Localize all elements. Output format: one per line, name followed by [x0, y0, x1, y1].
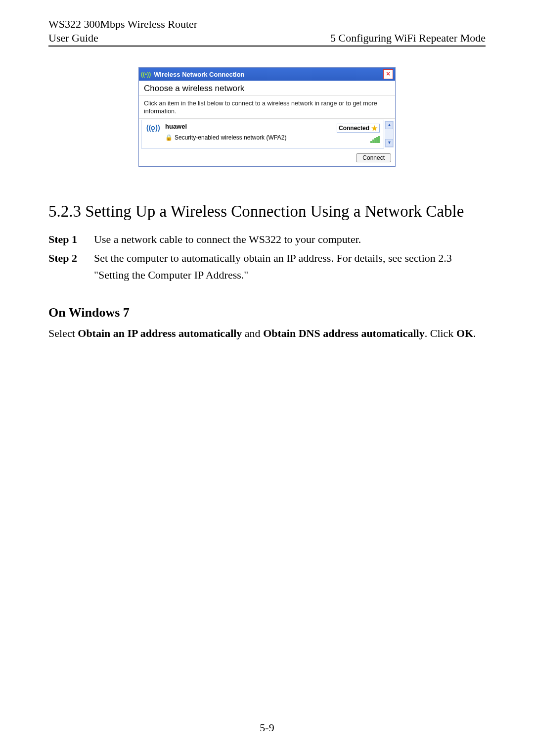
wireless-dialog: ((•)) Wireless Network Connection × Choo… — [138, 67, 396, 167]
header-doc: User Guide — [48, 32, 98, 45]
header-product: WS322 300Mbps Wireless Router — [48, 18, 486, 31]
scrollbar[interactable]: ▴ ▾ — [385, 121, 394, 147]
scroll-down-icon[interactable]: ▾ — [385, 139, 393, 147]
steps: Step 1 Use a network cable to connect th… — [48, 231, 486, 284]
para-bold: Obtain an IP address automatically — [78, 327, 242, 339]
network-security: Security-enabled wireless network (WPA2) — [175, 134, 287, 141]
lock-icon: 🔒 — [165, 134, 173, 141]
antenna-icon: ((ǫ)) — [146, 123, 160, 132]
connected-label: Connected — [339, 125, 369, 132]
para-text: . — [473, 327, 476, 339]
step1-label: Step 1 — [48, 231, 94, 248]
connect-button[interactable]: Connect — [356, 153, 391, 162]
para-text: Select — [48, 327, 78, 339]
wireless-icon: ((•)) — [141, 71, 151, 78]
step2-label: Step 2 — [48, 250, 94, 284]
para-text: and — [242, 327, 263, 339]
network-name: huawei — [165, 123, 337, 130]
para-text: . Click — [425, 327, 456, 339]
dialog-subtitle: Choose a wireless network — [139, 81, 395, 96]
header-chapter: 5 Configuring WiFi Repeater Mode — [330, 32, 486, 45]
section-heading: 5.2.3 Setting Up a Wireless Connection U… — [48, 201, 486, 222]
page-number: 5-9 — [0, 721, 534, 734]
signal-icon — [370, 136, 380, 143]
para-bold: OK — [456, 327, 473, 339]
network-item[interactable]: ((ǫ)) huawei 🔒 Security-enabled wireless… — [141, 120, 384, 148]
para-bold: Obtain DNS address automatically — [263, 327, 425, 339]
dialog-title-text: Wireless Network Connection — [154, 71, 383, 78]
paragraph: Select Obtain an IP address automaticall… — [48, 325, 486, 342]
dialog-titlebar: ((•)) Wireless Network Connection × — [139, 68, 395, 81]
sub-heading: On Windows 7 — [48, 305, 486, 320]
step2-body: Set the computer to automatically obtain… — [94, 250, 486, 284]
star-icon: ★ — [371, 124, 378, 132]
network-list: ((ǫ)) huawei 🔒 Security-enabled wireless… — [139, 120, 395, 148]
scroll-up-icon[interactable]: ▴ — [385, 121, 393, 129]
close-icon[interactable]: × — [383, 69, 393, 79]
dialog-hint: Click an item in the list below to conne… — [139, 96, 395, 119]
connected-badge: Connected ★ — [337, 124, 380, 133]
step1-body: Use a network cable to connect the WS322… — [94, 231, 486, 248]
